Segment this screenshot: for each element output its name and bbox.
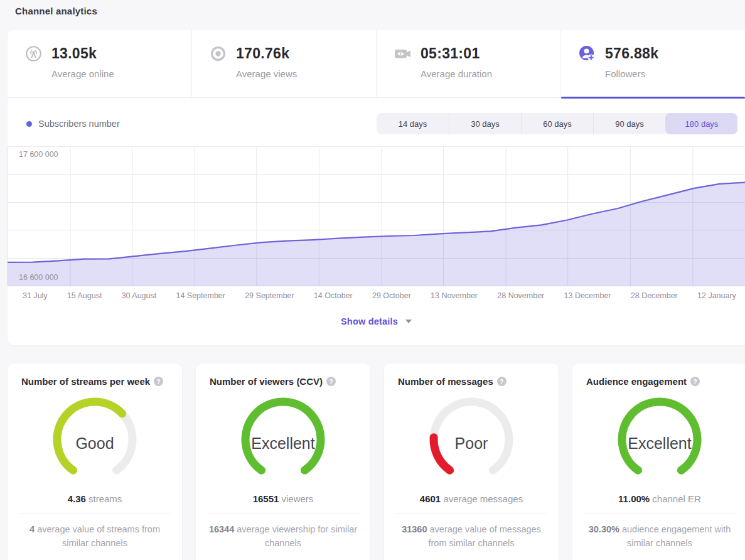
- duration-icon: [394, 45, 411, 62]
- card-streams-per-week: Number of streams per week ? Good 4.36 s…: [8, 363, 182, 560]
- card-messages: Number of messages ? Poor 4601 average m…: [384, 363, 559, 560]
- x-axis-label: 29 October: [372, 291, 411, 300]
- y-axis-label-bottom: 16 600 000: [19, 273, 58, 282]
- range-button-180-days[interactable]: 180 days: [665, 113, 737, 134]
- legend-label: Subscribers number: [38, 119, 120, 129]
- range-button-30-days[interactable]: 30 days: [449, 113, 521, 134]
- x-axis-label: 28 December: [631, 291, 678, 300]
- card-title: Number of viewers (CCV): [210, 376, 323, 387]
- help-icon[interactable]: ?: [690, 377, 700, 386]
- card-divider: [395, 514, 547, 514]
- gauge-rating: Poor: [415, 394, 528, 488]
- y-axis-label-top: 17 600 000: [19, 150, 58, 159]
- x-axis-label: 13 November: [431, 291, 478, 300]
- average-views-value: 170.76k: [236, 45, 289, 62]
- tab-average-online[interactable]: 13.05k Average online: [8, 30, 191, 97]
- subscribers-area-chart[interactable]: 17 600 000 16 600 000: [8, 146, 745, 286]
- benchmark-text: 30.30% audience engagement with similar …: [581, 522, 738, 551]
- gauge-rating: Excellent: [603, 394, 716, 488]
- gauge-rating: Excellent: [227, 394, 340, 488]
- followers-value: 576.88k: [605, 45, 658, 62]
- help-icon[interactable]: ?: [497, 377, 506, 386]
- viewers-gauge: Excellent: [227, 394, 340, 488]
- engagement-gauge: Excellent: [603, 394, 716, 488]
- card-title: Audience engagement: [586, 376, 687, 387]
- active-tab-underline: [561, 97, 745, 99]
- tab-average-views[interactable]: 170.76k Average views: [191, 30, 376, 97]
- card-audience-engagement: Audience engagement ? Excellent 11.00% c…: [572, 363, 745, 560]
- date-range-selector: 14 days 30 days 60 days 90 days 180 days: [377, 113, 737, 134]
- page-title: Channel analytics: [15, 6, 745, 16]
- tab-followers[interactable]: 576.88k Followers: [560, 30, 745, 97]
- card-value-line: 4601 average messages: [393, 493, 550, 504]
- page-header: Channel analytics: [0, 0, 745, 30]
- x-axis-label: 28 November: [497, 291, 544, 300]
- followers-icon: [579, 45, 596, 62]
- x-axis-label: 29 September: [245, 291, 294, 300]
- x-axis-label: 31 July: [23, 291, 48, 300]
- views-icon: [210, 45, 227, 62]
- messages-gauge: Poor: [415, 394, 528, 488]
- card-divider: [207, 514, 359, 514]
- tab-average-duration[interactable]: 05:31:01 Average duration: [376, 30, 560, 97]
- x-axis-label: 13 December: [564, 291, 611, 300]
- x-axis-label: 14 September: [176, 291, 225, 300]
- help-icon[interactable]: ?: [154, 377, 163, 386]
- stats-tabs-row: 13.05k Average online 170.76k Average vi…: [8, 30, 745, 98]
- average-views-label: Average views: [236, 68, 376, 79]
- card-title: Number of streams per week: [21, 376, 150, 387]
- show-details-row: Show details: [8, 300, 745, 345]
- benchmark-text: 31360 average value of messages from sim…: [393, 522, 550, 551]
- chevron-down-icon: [405, 320, 412, 323]
- card-value-line: 11.00% channel ER: [581, 493, 738, 504]
- x-axis-labels: 31 July15 August30 August14 September29 …: [8, 286, 745, 300]
- range-button-60-days[interactable]: 60 days: [521, 113, 593, 134]
- streams-gauge: Good: [38, 394, 151, 488]
- help-icon[interactable]: ?: [326, 377, 336, 386]
- range-button-14-days[interactable]: 14 days: [377, 113, 449, 134]
- analytics-panel: 13.05k Average online 170.76k Average vi…: [8, 30, 745, 345]
- average-online-value: 13.05k: [51, 45, 97, 62]
- benchmark-text: 4 average value of streams from similar …: [16, 522, 173, 551]
- broadcast-icon: [25, 45, 42, 62]
- card-value-line: 4.36 streams: [16, 493, 173, 504]
- card-title: Number of messages: [398, 376, 493, 387]
- card-value-line: 16551 viewers: [205, 493, 362, 504]
- show-details-button[interactable]: Show details: [341, 316, 412, 326]
- x-axis-label: 14 October: [314, 291, 353, 300]
- average-online-label: Average online: [51, 68, 191, 79]
- legend-dot-icon: [26, 121, 32, 127]
- range-button-90-days[interactable]: 90 days: [593, 113, 665, 134]
- x-axis-label: 12 January: [697, 291, 736, 300]
- card-viewers-ccv: Number of viewers (CCV) ? Excellent 1655…: [196, 363, 370, 560]
- benchmark-text: 16344 average viewership for similar cha…: [205, 522, 362, 551]
- card-divider: [19, 514, 171, 514]
- x-axis-label: 30 August: [122, 291, 157, 300]
- average-duration-value: 05:31:01: [421, 45, 480, 62]
- card-divider: [584, 514, 736, 514]
- chart-controls: Subscribers number 14 days 30 days 60 da…: [8, 98, 745, 134]
- followers-label: Followers: [605, 68, 745, 79]
- rating-cards-row: Number of streams per week ? Good 4.36 s…: [8, 363, 745, 560]
- average-duration-label: Average duration: [421, 68, 560, 79]
- chart-legend: Subscribers number: [26, 119, 120, 129]
- x-axis-label: 15 August: [67, 291, 102, 300]
- gauge-rating: Good: [38, 394, 151, 488]
